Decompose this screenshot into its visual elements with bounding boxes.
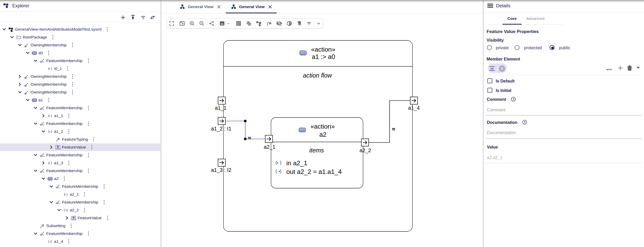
svg-text:˂F˃: ˂F˃ xyxy=(42,171,45,173)
svg-text:˂F˃: ˂F˃ xyxy=(42,61,45,63)
svg-text:˂F˃: ˂F˃ xyxy=(42,108,45,110)
svg-text:˂F˃: ˂F˃ xyxy=(58,187,60,189)
svg-text:˂F˃: ˂F˃ xyxy=(42,234,45,236)
svg-text:˂F˃: ˂F˃ xyxy=(58,202,60,204)
svg-text:?: ? xyxy=(524,121,526,124)
svg-text:?: ? xyxy=(512,98,514,101)
svg-text:˂F˃: ˂F˃ xyxy=(42,155,45,157)
svg-text:˂F˃: ˂F˃ xyxy=(42,124,45,126)
